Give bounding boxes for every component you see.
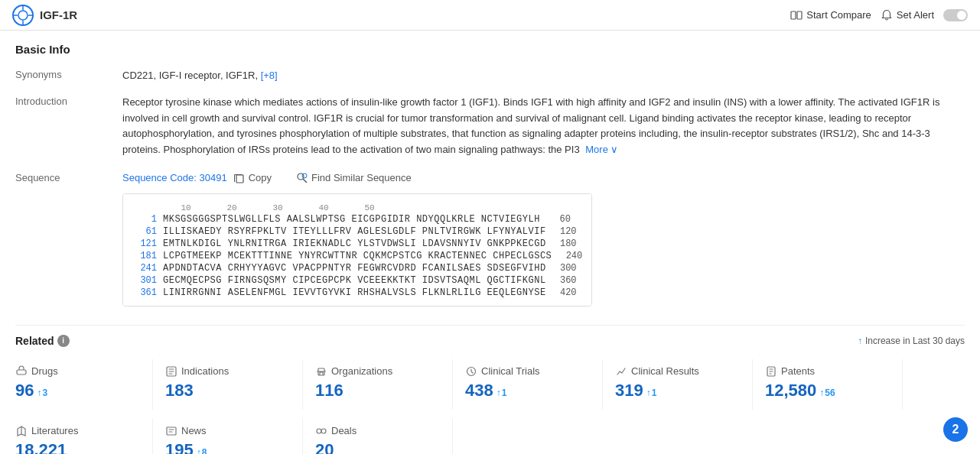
- copy-icon: [233, 172, 246, 184]
- card-title-patents: Patents: [765, 365, 890, 378]
- similar-icon: [296, 172, 308, 184]
- card-label-clinical-trials: Clinical Trials: [481, 365, 540, 377]
- copy-button[interactable]: Copy: [227, 169, 278, 187]
- card-label-clinical-results: Clinical Results: [631, 365, 699, 377]
- related-card-indications[interactable]: Indications183: [165, 359, 303, 410]
- app-title: IGF-1R: [40, 8, 77, 21]
- more-button[interactable]: 2: [943, 417, 968, 442]
- compare-icon: [790, 9, 803, 21]
- card-label-news: News: [181, 425, 207, 436]
- card-title-deals: Deals: [315, 425, 440, 437]
- related-card-deals[interactable]: Deals20: [315, 419, 453, 454]
- table-row: 361 LINIRRGNNI ASELENFMGL IEVVTGYVKI RHS…: [132, 287, 582, 298]
- organizations-icon: [315, 365, 327, 378]
- table-row: 1 MKSGSGGGSPTSLWGLLFLS AALSLWPTSG EICGPG…: [132, 214, 582, 225]
- related-title: Related: [15, 335, 54, 347]
- drugs-icon: [15, 365, 28, 378]
- svg-point-10: [302, 173, 307, 178]
- svg-point-18: [317, 429, 321, 433]
- related-card-drugs[interactable]: Drugs96↑3: [15, 359, 153, 410]
- related-cards-row2: Literatures18,221News195↑8Deals20: [15, 419, 965, 454]
- sequence-content[interactable]: 10 20 30 40 50 1 MKSGSGGGSPTSLWGLLFLS AA…: [123, 194, 591, 306]
- card-count-clinical-results: 319↑1: [615, 381, 740, 400]
- synonyms-label: Synonyms: [15, 68, 122, 80]
- news-icon: [165, 425, 177, 437]
- related-card-clinical-trials[interactable]: Clinical Trials438↑1: [465, 359, 603, 410]
- introduction-row: Introduction Receptor tyrosine kinase wh…: [15, 95, 965, 158]
- introduction-more-link[interactable]: More ∨: [585, 144, 618, 155]
- card-label-deals: Deals: [331, 425, 357, 436]
- deals-icon: [315, 425, 327, 437]
- sequence-code-link[interactable]: Sequence Code: 30491: [122, 172, 227, 183]
- related-card-organizations[interactable]: Organizations116: [315, 359, 453, 410]
- table-row: 241 APDNDTACVA CRHYYYAGVC VPACPPNTYR FEG…: [132, 263, 582, 274]
- sequence-box: 10 20 30 40 50 1 MKSGSGGGSPTSLWGLLFLS AA…: [122, 193, 592, 306]
- start-compare-button[interactable]: Start Compare: [790, 9, 871, 21]
- card-delta-news: ↑8: [197, 447, 207, 454]
- card-count-drugs: 96↑3: [15, 381, 140, 400]
- card-title-clinical-trials: Clinical Trials: [465, 365, 590, 378]
- svg-rect-6: [791, 11, 796, 19]
- synonyms-value: CD221, IGF-I receptor, IGF1R, [+8]: [122, 68, 965, 84]
- card-label-drugs: Drugs: [31, 365, 58, 377]
- card-count-deals: 20: [315, 440, 440, 454]
- card-delta-clinical-trials: ↑1: [497, 388, 507, 398]
- related-cards-row1: Drugs96↑3Indications183Organizations116C…: [15, 359, 965, 410]
- header: IGF-1R Start Compare Set Alert: [0, 0, 980, 31]
- introduction-value: Receptor tyrosine kinase which mediates …: [122, 95, 965, 158]
- clinical-results-icon: [615, 365, 627, 378]
- sequence-actions: Copy Find Similar Sequence: [227, 169, 418, 187]
- card-delta-patents: ↑56: [819, 388, 835, 398]
- related-header: Related i ↑ Increase in Last 30 days: [15, 335, 965, 347]
- logo-icon: [12, 5, 34, 26]
- card-delta-clinical-results: ↑1: [646, 388, 657, 398]
- table-row: 61 ILLISKAEDY RSYRFPKLTV ITEYLLLFRV AGLE…: [132, 226, 582, 237]
- alert-icon: [881, 9, 893, 21]
- synonyms-row: Synonyms CD221, IGF-I receptor, IGF1R, […: [15, 68, 965, 84]
- main-content: Basic Info Synonyms CD221, IGF-I recepto…: [0, 31, 980, 454]
- card-title-clinical-results: Clinical Results: [615, 365, 740, 378]
- svg-point-19: [321, 429, 326, 433]
- card-count-news: 195↑8: [165, 440, 290, 454]
- card-count-indications: 183: [165, 381, 290, 400]
- patents-icon: [765, 365, 777, 378]
- arrow-up-icon: ↑: [858, 336, 862, 346]
- clinical-trials-icon: [465, 365, 477, 378]
- card-title-news: News: [165, 425, 290, 437]
- related-info-icon[interactable]: i: [57, 335, 70, 347]
- svg-rect-7: [797, 11, 802, 19]
- svg-rect-8: [236, 175, 243, 183]
- sequence-ruler: 10 20 30 40 50: [163, 200, 582, 214]
- set-alert-button[interactable]: Set Alert: [881, 9, 934, 21]
- card-count-literatures: 18,221: [15, 440, 140, 454]
- card-label-literatures: Literatures: [31, 425, 78, 436]
- card-title-organizations: Organizations: [315, 365, 440, 378]
- indications-icon: [165, 365, 177, 378]
- literatures-icon: [15, 425, 28, 437]
- related-card-clinical-results[interactable]: Clinical Results319↑1: [615, 359, 753, 410]
- sequence-row: Sequence Sequence Code: 30491 Copy: [15, 169, 965, 306]
- card-count-organizations: 116: [315, 381, 440, 400]
- sequence-label: Sequence: [15, 172, 122, 183]
- logo: IGF-1R: [12, 5, 77, 26]
- alert-toggle[interactable]: [943, 9, 968, 21]
- find-similar-button[interactable]: Find Similar Sequence: [290, 169, 418, 187]
- card-label-patents: Patents: [781, 365, 815, 377]
- related-card-news[interactable]: News195↑8: [165, 419, 303, 454]
- synonyms-more-link[interactable]: [+8]: [261, 70, 278, 81]
- related-card-literatures[interactable]: Literatures18,221: [15, 419, 153, 454]
- table-row: 121 EMTNLKDIGL YNLRNITRGA IRIEKNADLC YLS…: [132, 238, 582, 249]
- card-count-patents: 12,580↑56: [765, 381, 890, 400]
- increase-text: ↑ Increase in Last 30 days: [858, 336, 965, 346]
- card-title-literatures: Literatures: [15, 425, 140, 437]
- card-title-indications: Indications: [165, 365, 290, 378]
- related-card-patents[interactable]: Patents12,580↑56: [765, 359, 903, 410]
- table-row: 301 GECMQECPSG FIRNGSQSMY CIPCEGPCPK VCE…: [132, 275, 582, 286]
- svg-point-1: [18, 11, 28, 20]
- svg-rect-11: [17, 370, 26, 375]
- table-row: 181 LCPGTMEEKP MCEKTTTINNE YNYRCWTTNR CQ…: [132, 251, 582, 261]
- card-label-indications: Indications: [181, 365, 229, 377]
- related-section: Related i ↑ Increase in Last 30 days Dru…: [15, 325, 965, 454]
- header-actions: Start Compare Set Alert: [790, 9, 968, 21]
- introduction-label: Introduction: [15, 95, 122, 107]
